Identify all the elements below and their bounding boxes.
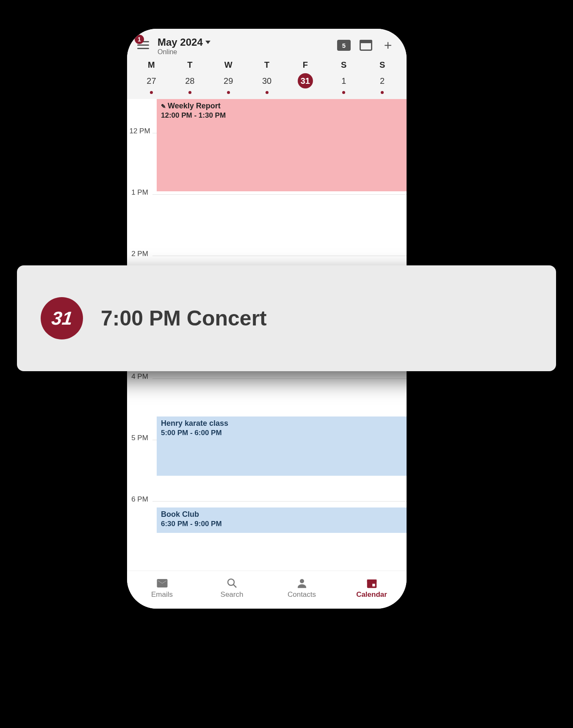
weekday-label: S [363,60,401,70]
notification-text: 7:00 PM Concert [101,306,267,331]
event-title: Book Club [161,510,199,519]
app-icon: 31 [41,297,83,339]
tab-label: Search [221,590,244,599]
date-row: 27 28 29 30 31 1 2 [127,72,407,99]
event-indicator-dot [150,91,153,94]
day-cell[interactable]: 31 [286,73,324,96]
day-cell[interactable]: 2 [363,73,401,96]
day-cell[interactable]: 30 [248,73,286,96]
event-indicator-dot [381,91,384,94]
hour-label: 6 PM [127,495,152,504]
app-icon-text: 31 [50,308,73,329]
tab-label: Emails [151,590,173,599]
hour-label: 5 PM [127,434,152,442]
view-toggle-button[interactable] [357,38,374,52]
jump-to-date-button[interactable]: 5 [335,38,352,52]
hour-gridline [152,256,407,256]
hour-label: 1 PM [127,188,152,197]
hour-label: 12 PM [127,127,152,135]
plus-icon: + [384,38,392,53]
weekday-label: W [209,60,248,70]
date-number: 27 [144,73,159,88]
date-number: 1 [336,73,352,88]
svg-point-0 [228,579,234,585]
event-indicator-dot [266,91,269,94]
svg-point-2 [300,579,304,583]
svg-rect-4 [367,579,376,582]
bottom-nav: Emails Search Contacts Calendar [127,571,407,609]
date-chip-icon: 5 [337,40,351,51]
event-indicator-dot [188,91,191,94]
tab-emails[interactable]: Emails [127,571,197,604]
notification-banner[interactable]: 31 7:00 PM Concert [17,265,556,371]
hour-gridline [152,378,407,379]
date-number: 30 [259,73,274,88]
event-time: 12:00 PM - 1:30 PM [161,111,402,120]
calendar-icon [365,577,378,590]
month-picker[interactable]: May 2024 [158,36,335,48]
event-time: 6:30 PM - 9:00 PM [161,520,402,528]
calendar-event[interactable]: Henry karate class 5:00 PM - 6:00 PM [157,416,407,476]
search-icon [226,577,238,590]
weekday-header: M T W T F S S [127,58,407,72]
tab-label: Calendar [356,590,387,599]
tab-calendar[interactable]: Calendar [337,571,407,604]
event-title: Weekly Report [168,102,221,110]
chevron-down-icon [205,41,210,44]
hour-gridline [152,501,407,502]
menu-button[interactable]: 1 [137,37,152,52]
day-cell[interactable]: 28 [171,73,209,96]
today-icon [360,40,372,51]
weekday-label: T [171,60,209,70]
event-title: Henry karate class [161,419,228,428]
date-number: 2 [375,73,390,88]
date-number: 28 [182,73,197,88]
svg-line-1 [233,585,236,587]
calendar-event[interactable]: ✎Weekly Report 12:00 PM - 1:30 PM [157,99,407,191]
weekday-label: S [324,60,363,70]
day-cell[interactable]: 27 [132,73,171,96]
hour-label: 2 PM [127,250,152,258]
add-event-button[interactable]: + [379,38,396,52]
mail-icon [156,577,169,590]
calendar-event[interactable]: Book Club 6:30 PM - 9:00 PM [157,507,407,533]
date-number-selected: 31 [298,73,313,88]
event-indicator-dot [342,91,345,94]
edit-icon: ✎ [161,103,166,110]
event-indicator-dot [227,91,230,94]
svg-rect-5 [372,584,375,586]
day-cell[interactable]: 1 [324,73,363,96]
connection-status: Online [158,48,335,56]
person-icon [296,577,308,590]
weekday-label: F [286,60,324,70]
header: 1 May 2024 Online 5 + [127,29,407,58]
tab-contacts[interactable]: Contacts [267,571,337,604]
weekday-label: M [132,60,171,70]
menu-badge: 1 [135,35,144,44]
weekday-label: T [248,60,286,70]
month-title: May 2024 [158,36,203,48]
hour-label: 4 PM [127,372,152,381]
event-time: 5:00 PM - 6:00 PM [161,429,402,437]
date-number: 29 [221,73,236,88]
tab-label: Contacts [288,590,316,599]
day-cell[interactable]: 29 [209,73,248,96]
hour-gridline [152,194,407,195]
tab-search[interactable]: Search [197,571,267,604]
